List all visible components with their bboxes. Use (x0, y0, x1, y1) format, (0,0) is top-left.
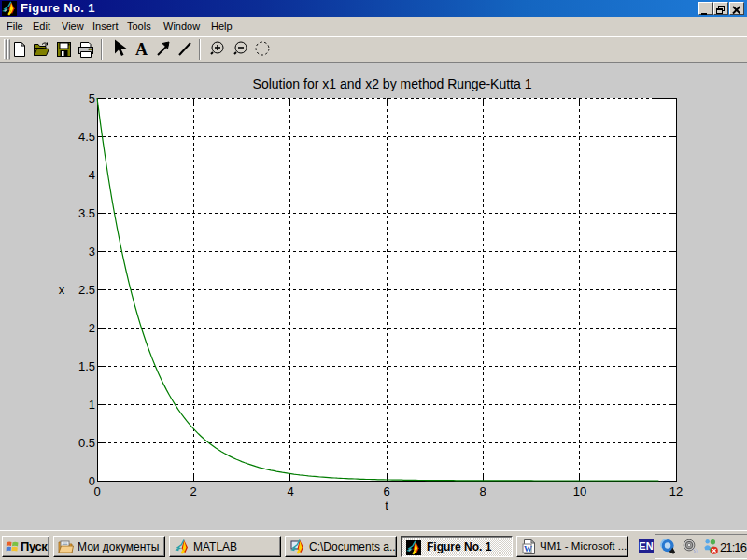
svg-text:3: 3 (89, 245, 95, 259)
svg-text:6: 6 (383, 484, 389, 498)
svg-text:12: 12 (669, 484, 683, 498)
svg-text:t: t (385, 498, 388, 512)
svg-text:W: W (524, 544, 532, 553)
svg-text:1: 1 (89, 398, 95, 412)
svg-text:Solution for x1 and x2 by meth: Solution for x1 and x2 by method Runge-K… (253, 77, 532, 91)
svg-text:0: 0 (89, 474, 95, 488)
svg-text:10: 10 (573, 484, 586, 498)
svg-text:2.5: 2.5 (78, 283, 95, 297)
svg-text:4: 4 (89, 168, 95, 182)
svg-text:8: 8 (479, 484, 486, 498)
svg-text:2: 2 (89, 321, 95, 335)
svg-text:5: 5 (89, 91, 95, 105)
svg-text:0.5: 0.5 (78, 436, 95, 450)
svg-text:2: 2 (190, 484, 196, 498)
svg-text:x: x (59, 283, 65, 297)
svg-text:3.5: 3.5 (78, 206, 95, 220)
svg-text:1.5: 1.5 (78, 359, 95, 373)
svg-text:4: 4 (287, 484, 293, 498)
svg-text:4.5: 4.5 (78, 130, 95, 144)
